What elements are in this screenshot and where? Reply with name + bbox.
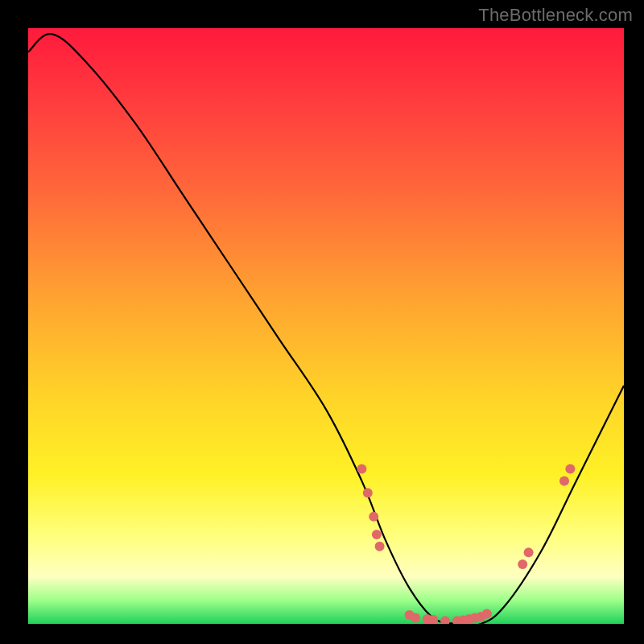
data-point [369,512,378,522]
data-point [363,488,373,497]
watermark-label: TheBottleneck.com [478,5,633,26]
data-point [375,542,385,551]
data-point [524,547,534,557]
chart-frame: TheBottleneck.com [0,0,644,644]
data-point [357,464,366,474]
data-point [559,476,569,485]
data-point [440,616,450,624]
data-point [411,613,420,623]
data-points-group [357,464,575,624]
data-point [482,609,492,618]
chart-svg [28,28,624,624]
data-point [518,559,527,569]
data-point [565,464,575,474]
plot-area [28,28,624,624]
data-point [372,530,382,539]
curve-path [28,34,624,624]
